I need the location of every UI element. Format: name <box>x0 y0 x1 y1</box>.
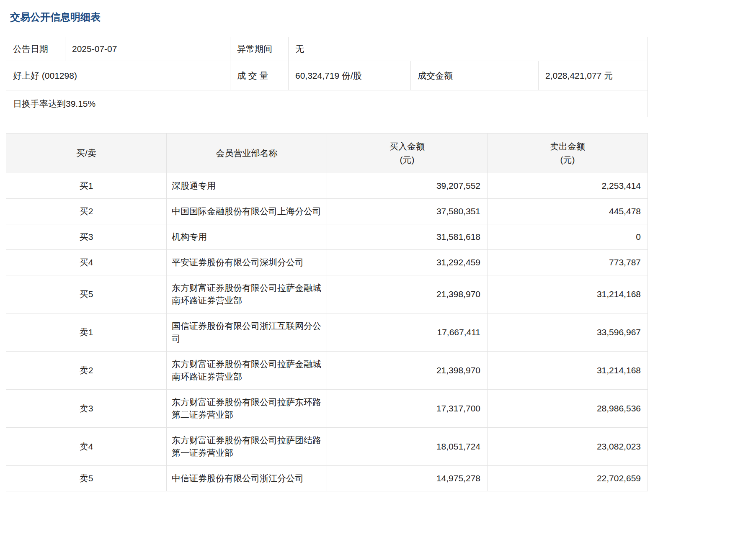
side-cell: 卖1 <box>6 313 167 352</box>
broker-cell: 东方财富证券股份有限公司拉萨金融城南环路证券营业部 <box>167 352 327 390</box>
sell-amount-cell: 445,478 <box>488 199 648 224</box>
buy-amount-cell: 31,292,459 <box>327 250 488 275</box>
abnormal-period-label: 异常期间 <box>230 37 289 61</box>
buy-amount-cell: 31,581,618 <box>327 224 488 250</box>
side-cell: 买5 <box>6 275 167 313</box>
announce-date-value: 2025-07-07 <box>65 37 230 61</box>
side-cell: 买3 <box>6 224 167 250</box>
turnover-note: 日换手率达到39.15% <box>6 90 648 117</box>
volume-label: 成 交 量 <box>230 61 289 90</box>
table-row: 买3 机构专用 31,581,618 0 <box>6 224 648 250</box>
table-row: 买2 中国国际金融股份有限公司上海分公司 37,580,351 445,478 <box>6 199 648 224</box>
side-cell: 卖4 <box>6 428 167 466</box>
side-cell: 卖3 <box>6 390 167 428</box>
sell-amount-cell: 773,787 <box>488 250 648 275</box>
summary-row-date: 公告日期 2025-07-07 异常期间 无 <box>6 37 648 61</box>
broker-cell: 东方财富证券股份有限公司拉萨金融城南环路证券营业部 <box>167 275 327 313</box>
header-row: 买/卖 会员营业部名称 买入金额 (元) 卖出金额 (元) <box>6 134 648 173</box>
table-row: 卖3 东方财富证券股份有限公司拉萨东环路第二证券营业部 17,317,700 2… <box>6 390 648 428</box>
stock-name: 好上好 (001298) <box>6 61 230 90</box>
abnormal-period-value: 无 <box>289 37 648 61</box>
volume-value: 60,324,719 份/股 <box>289 61 411 90</box>
table-row: 卖2 东方财富证券股份有限公司拉萨金融城南环路证券营业部 21,398,970 … <box>6 352 648 390</box>
buy-amount-cell: 17,667,411 <box>327 313 488 352</box>
trade-detail-table: 买/卖 会员营业部名称 买入金额 (元) 卖出金额 (元) 买1 深股通专用 3… <box>6 133 648 491</box>
side-cell: 卖2 <box>6 352 167 390</box>
side-cell: 买1 <box>6 173 167 199</box>
header-buy-unit: (元) <box>332 153 482 167</box>
header-sell-unit: (元) <box>493 153 642 167</box>
broker-cell: 中国国际金融股份有限公司上海分公司 <box>167 199 327 224</box>
broker-cell: 平安证券股份有限公司深圳分公司 <box>167 250 327 275</box>
amount-value: 2,028,421,077 元 <box>539 61 648 90</box>
table-row: 卖1 国信证券股份有限公司浙江互联网分公司 17,667,411 33,596,… <box>6 313 648 352</box>
amount-label: 成交金额 <box>411 61 539 90</box>
sell-amount-cell: 31,214,168 <box>488 275 648 313</box>
side-cell: 买4 <box>6 250 167 275</box>
table-body: 买1 深股通专用 39,207,552 2,253,414 买2 中国国际金融股… <box>6 173 648 491</box>
buy-amount-cell: 18,051,724 <box>327 428 488 466</box>
sell-amount-cell: 28,986,536 <box>488 390 648 428</box>
table-row: 买1 深股通专用 39,207,552 2,253,414 <box>6 173 648 199</box>
side-cell: 卖5 <box>6 466 167 491</box>
summary-row-stock: 好上好 (001298) 成 交 量 60,324,719 份/股 成交金额 2… <box>6 61 648 90</box>
buy-amount-cell: 17,317,700 <box>327 390 488 428</box>
summary-table: 公告日期 2025-07-07 异常期间 无 好上好 (001298) 成 交 … <box>6 37 648 117</box>
buy-amount-cell: 39,207,552 <box>327 173 488 199</box>
header-buy-title: 买入金额 <box>332 140 482 153</box>
header-sell: 卖出金额 (元) <box>488 134 648 173</box>
broker-cell: 中信证券股份有限公司浙江分公司 <box>167 466 327 491</box>
header-broker: 会员营业部名称 <box>167 134 327 173</box>
table-row: 卖4 东方财富证券股份有限公司拉萨团结路第一证券营业部 18,051,724 2… <box>6 428 648 466</box>
sell-amount-cell: 33,596,967 <box>488 313 648 352</box>
header-side: 买/卖 <box>6 134 167 173</box>
disclosure-page: 交易公开信息明细表 公告日期 2025-07-07 异常期间 无 好上好 (00… <box>6 11 648 491</box>
broker-cell: 东方财富证券股份有限公司拉萨东环路第二证券营业部 <box>167 390 327 428</box>
broker-cell: 机构专用 <box>167 224 327 250</box>
sell-amount-cell: 0 <box>488 224 648 250</box>
broker-cell: 国信证券股份有限公司浙江互联网分公司 <box>167 313 327 352</box>
announce-date-label: 公告日期 <box>6 37 65 61</box>
sell-amount-cell: 22,702,659 <box>488 466 648 491</box>
broker-cell: 东方财富证券股份有限公司拉萨团结路第一证券营业部 <box>167 428 327 466</box>
page-title: 交易公开信息明细表 <box>6 11 648 23</box>
header-buy: 买入金额 (元) <box>327 134 488 173</box>
sell-amount-cell: 2,253,414 <box>488 173 648 199</box>
buy-amount-cell: 37,580,351 <box>327 199 488 224</box>
sell-amount-cell: 31,214,168 <box>488 352 648 390</box>
table-row: 买5 东方财富证券股份有限公司拉萨金融城南环路证券营业部 21,398,970 … <box>6 275 648 313</box>
buy-amount-cell: 21,398,970 <box>327 352 488 390</box>
table-header: 买/卖 会员营业部名称 买入金额 (元) 卖出金额 (元) <box>6 134 648 173</box>
table-row: 买4 平安证券股份有限公司深圳分公司 31,292,459 773,787 <box>6 250 648 275</box>
side-cell: 买2 <box>6 199 167 224</box>
buy-amount-cell: 14,975,278 <box>327 466 488 491</box>
buy-amount-cell: 21,398,970 <box>327 275 488 313</box>
table-row: 卖5 中信证券股份有限公司浙江分公司 14,975,278 22,702,659 <box>6 466 648 491</box>
broker-cell: 深股通专用 <box>167 173 327 199</box>
summary-row-turnover: 日换手率达到39.15% <box>6 90 648 117</box>
header-sell-title: 卖出金额 <box>493 140 642 153</box>
sell-amount-cell: 23,082,023 <box>488 428 648 466</box>
